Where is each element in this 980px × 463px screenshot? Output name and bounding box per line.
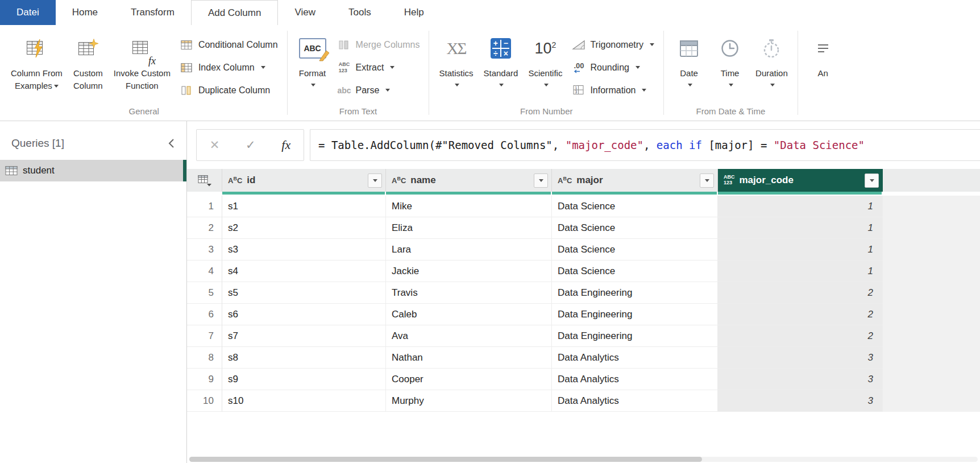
query-item-student[interactable]: student (0, 160, 186, 181)
cell-id[interactable]: s4 (222, 261, 386, 282)
cell-major[interactable]: Data Engineering (552, 304, 718, 325)
standard-button[interactable]: + − ÷ × Standard (479, 25, 524, 86)
column-header-major-code[interactable]: ABC123 major_code (718, 169, 883, 192)
quality-segment (386, 192, 552, 195)
time-button[interactable]: Time (709, 25, 750, 86)
cell-major[interactable]: Data Engineering (552, 325, 718, 347)
cell-name[interactable]: Eliza (386, 217, 552, 239)
cell-id[interactable]: s9 (222, 369, 386, 390)
column-from-examples-button[interactable]: Column From Examples (6, 25, 68, 92)
tab-transform[interactable]: Transform (114, 0, 191, 25)
tab-file[interactable]: Datei (0, 0, 56, 25)
plus-glyph: + (491, 38, 501, 48)
tab-view[interactable]: View (278, 0, 332, 25)
tab-help[interactable]: Help (388, 0, 441, 25)
filter-button[interactable] (865, 173, 879, 188)
commit-formula-button[interactable]: ✓ (246, 138, 256, 152)
cell-major-code[interactable]: 3 (718, 347, 883, 369)
scientific-button[interactable]: 102 Scientific (523, 25, 567, 86)
cell-name[interactable]: Murphy (386, 390, 552, 412)
add-step-fx-button[interactable]: fx (281, 138, 290, 152)
parse-button[interactable]: abc Parse (333, 82, 425, 98)
cell-major[interactable]: Data Science (552, 217, 718, 239)
cell-name[interactable]: Cooper (386, 369, 552, 390)
custom-column-button[interactable]: Custom Column (68, 25, 109, 92)
cell-name[interactable]: Caleb (386, 304, 552, 325)
cell-name[interactable]: Ava (386, 325, 552, 347)
date-button[interactable]: Date (668, 25, 709, 86)
cell-major[interactable]: Data Engineering (552, 282, 718, 304)
cell-major-code[interactable]: 2 (718, 325, 883, 347)
information-button[interactable]: 1 3 Information (567, 82, 659, 98)
select-all-corner-button[interactable] (187, 169, 222, 192)
any-type-icon: ABC123 (724, 175, 735, 186)
format-button[interactable]: ABC Format (292, 25, 333, 86)
filter-button[interactable] (368, 173, 382, 188)
cell-id[interactable]: s1 (222, 196, 386, 217)
row-filler (883, 347, 980, 369)
group-label-general: General (6, 105, 283, 121)
cell-name[interactable]: Nathan (386, 347, 552, 369)
cell-id[interactable]: s5 (222, 282, 386, 304)
statistics-button[interactable]: ΧΣ Statistics (434, 25, 478, 86)
cell-id[interactable]: s10 (222, 390, 386, 412)
cell-major[interactable]: Data Science (552, 261, 718, 282)
cell-major[interactable]: Data Analytics (552, 347, 718, 369)
cell-name[interactable]: Jackie (386, 261, 552, 282)
horizontal-scrollbar-thumb[interactable] (189, 457, 702, 462)
cell-major[interactable]: Data Science (552, 239, 718, 261)
dropdown-caret-icon (54, 85, 59, 88)
column-header-major[interactable]: ABC major (552, 169, 718, 192)
queries-pane-title: Queries [1] (11, 137, 64, 150)
cell-name[interactable]: Lara (386, 239, 552, 261)
horizontal-scrollbar[interactable] (189, 457, 978, 462)
cell-major-code[interactable]: 1 (718, 261, 883, 282)
formula-bar: ✕ ✓ fx = Table.AddColumn(#"Removed Colum… (187, 121, 980, 169)
cell-id[interactable]: s6 (222, 304, 386, 325)
cell-id[interactable]: s2 (222, 217, 386, 239)
trigonometry-button[interactable]: Trigonometry (567, 36, 659, 53)
extract-button[interactable]: ABC 123 Extract (333, 59, 425, 76)
cell-major[interactable]: Data Analytics (552, 369, 718, 390)
tab-add-column[interactable]: Add Column (191, 0, 279, 25)
pencil-icon (318, 49, 331, 61)
partial-group-button[interactable]: An (803, 25, 844, 80)
cell-name[interactable]: Travis (386, 282, 552, 304)
cell-major-code[interactable]: 2 (718, 304, 883, 325)
table-lightning-icon (26, 32, 47, 65)
formula-input[interactable]: = Table.AddColumn(#"Removed Columns", "m… (310, 129, 980, 161)
collapse-pane-chevron-icon[interactable] (167, 138, 175, 148)
tab-tools[interactable]: Tools (332, 0, 388, 25)
filter-button[interactable] (700, 173, 714, 188)
rounding-button[interactable]: .00 Rounding (567, 59, 659, 76)
editor-main: ✕ ✓ fx = Table.AddColumn(#"Removed Colum… (187, 121, 980, 463)
column-label: name (410, 175, 529, 186)
cell-id[interactable]: s7 (222, 325, 386, 347)
cell-major[interactable]: Data Analytics (552, 390, 718, 412)
cell-id[interactable]: s3 (222, 239, 386, 261)
duplicate-column-button[interactable]: Duplicate Column (176, 82, 283, 98)
conditional-column-button[interactable]: Conditional Column (176, 36, 283, 53)
column-header-id[interactable]: ABC id (222, 169, 386, 192)
duration-button[interactable]: Duration (750, 25, 793, 86)
tab-home[interactable]: Home (56, 0, 114, 25)
column-header-name[interactable]: ABC name (386, 169, 552, 192)
index-column-button[interactable]: Index Column (176, 59, 283, 76)
cell-major-code[interactable]: 2 (718, 282, 883, 304)
cell-major[interactable]: Data Science (552, 196, 718, 217)
ribbon-group-separator (663, 31, 664, 115)
cell-id[interactable]: s8 (222, 347, 386, 369)
minus-glyph: − (501, 38, 511, 48)
format-label: Format (299, 67, 326, 80)
cell-major-code[interactable]: 1 (718, 196, 883, 217)
cancel-formula-button[interactable]: ✕ (210, 138, 220, 152)
invoke-custom-function-button[interactable]: fx Invoke Custom Function (109, 25, 176, 92)
cell-name[interactable]: Mike (386, 196, 552, 217)
cell-major-code[interactable]: 3 (718, 390, 883, 412)
cell-major-code[interactable]: 1 (718, 239, 883, 261)
filter-button[interactable] (534, 173, 548, 188)
cell-major-code[interactable]: 3 (718, 369, 883, 390)
merge-columns-button[interactable]: Merge Columns (333, 36, 425, 53)
cell-major-code[interactable]: 1 (718, 217, 883, 239)
quality-segment (552, 192, 718, 195)
